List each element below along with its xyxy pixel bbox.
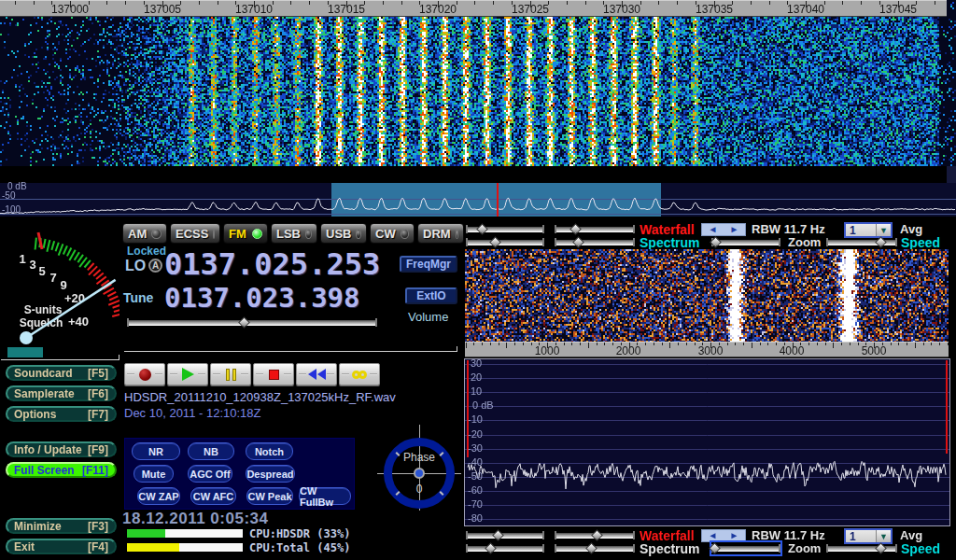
audio-waterfall-display[interactable]: [465, 249, 949, 342]
info-update-button[interactable]: Info / Update [F9]: [6, 441, 117, 457]
waterfall-brightness-slider[interactable]: [555, 529, 635, 541]
audio-db-label: 0 dB: [472, 399, 494, 411]
waterfall-contrast-slider[interactable]: [466, 223, 544, 235]
soundcard-button[interactable]: Soundcard [F5]: [6, 365, 117, 381]
cpu-hdsdr-bar-fill: [127, 529, 165, 538]
mode-lsb-button[interactable]: LSB: [271, 223, 317, 244]
rf-scale-label: 137000: [37, 3, 103, 16]
wav-file-name: HDSDR_20111210_120938Z_137025kHz_RF.wav: [124, 390, 396, 404]
speed-label: Speed: [901, 541, 940, 556]
waterfall-contrast-slider[interactable]: [466, 529, 544, 541]
arrow-left-icon[interactable]: ◄: [709, 531, 718, 540]
pause-button[interactable]: [210, 363, 251, 385]
rf-spectrum-canvas: [0, 183, 956, 217]
audio-frequency-scale[interactable]: 1000 2000 3000 4000 5000: [465, 342, 949, 357]
loop-button[interactable]: [339, 363, 380, 385]
spectrum-offset-slider[interactable]: [555, 542, 635, 554]
cw-afc-button[interactable]: CW AFC: [190, 487, 236, 505]
rf-spectrum-display[interactable]: 0 dB -50 -100: [0, 183, 956, 217]
rf-scale-label: 137010: [221, 3, 287, 16]
speed-slider[interactable]: [826, 542, 897, 554]
minimize-button-label: Minimize: [14, 520, 62, 533]
rf-waterfall-display[interactable]: [0, 0, 956, 166]
combo-arrow-icon[interactable]: ▼: [876, 530, 891, 542]
arrow-right-icon[interactable]: ►: [730, 225, 739, 234]
spectrum-range-slider[interactable]: [466, 236, 544, 248]
lo-frequency-value[interactable]: 0137.025.253: [164, 246, 380, 282]
rf-frequency-scale[interactable]: 137000 137005 137010 137015 137020 13702…: [0, 0, 947, 17]
zoom-slider[interactable]: [711, 542, 780, 554]
waterfall-brightness-slider[interactable]: [555, 223, 635, 235]
mute-button[interactable]: Mute: [134, 465, 174, 483]
nb-button[interactable]: NB: [188, 442, 234, 460]
play-button[interactable]: [167, 363, 208, 385]
mode-am-button[interactable]: AM: [122, 223, 167, 244]
samplerate-button-label: Samplerate: [14, 387, 75, 400]
audio-scale-label: 4000: [764, 344, 820, 357]
cw-fullbw-label: CW FullBw: [300, 485, 350, 508]
options-button[interactable]: Options [F7]: [6, 406, 117, 422]
audio-display-controls-bottom: Waterfall ◄ ► RBW 11.7 Hz 1 ▼ Avg Spectr…: [464, 529, 956, 556]
arrow-left-icon[interactable]: ◄: [709, 225, 718, 234]
fullscreen-button[interactable]: Full Screen [F11]: [6, 462, 117, 478]
rf-scale-label: 137005: [130, 3, 195, 16]
despread-button[interactable]: Despread: [246, 465, 295, 483]
volume-slider[interactable]: [127, 316, 377, 329]
cpu-hdsdr-label: CPU:HDSDR (33%): [249, 527, 350, 540]
combo-arrow-icon[interactable]: ▼: [876, 224, 891, 236]
cw-fullbw-button[interactable]: CW FullBw: [299, 487, 351, 505]
mode-ecss-button[interactable]: ECSS: [170, 223, 220, 244]
spectrum-range-slider[interactable]: [466, 542, 544, 554]
mode-lsb-label: LSB: [276, 227, 301, 241]
freqmgr-button-label: FreqMgr: [406, 258, 451, 271]
exit-button[interactable]: Exit [F4]: [6, 539, 117, 554]
agc-off-button[interactable]: AGC Off: [188, 465, 232, 483]
lo-auto-icon[interactable]: A: [148, 259, 162, 273]
rewind-icon: [307, 369, 326, 380]
exit-button-label: Exit: [14, 540, 35, 553]
audio-db-label: -50: [468, 470, 483, 482]
avg-label: Avg: [900, 528, 922, 542]
notch-label: Notch: [255, 446, 284, 457]
spectrum-offset-slider[interactable]: [555, 236, 635, 248]
rf-scale-label: 137020: [405, 3, 471, 16]
dsp-panel: NR NB Notch Mute AGC Off Despread CW ZAP…: [124, 438, 355, 510]
mode-fm-button[interactable]: FM: [223, 223, 268, 244]
options-button-key: [F7]: [88, 408, 108, 421]
nr-button[interactable]: NR: [132, 442, 180, 460]
record-button[interactable]: [124, 363, 165, 385]
mode-drm-button[interactable]: DRM: [417, 223, 464, 244]
playback-controls: [124, 363, 380, 385]
s-meter[interactable]: [2, 224, 120, 347]
tune-frequency-value[interactable]: 0137.023.398: [164, 282, 360, 314]
mute-label: Mute: [142, 469, 166, 480]
notch-button[interactable]: Notch: [246, 442, 293, 460]
audio-db-label: 30: [471, 357, 482, 369]
mode-cw-button[interactable]: CW: [370, 223, 415, 244]
avg-select-value: 1: [846, 530, 876, 542]
cw-zap-button[interactable]: CW ZAP: [137, 487, 180, 505]
cpu-total-label: CPU:Total (45%): [249, 541, 350, 554]
audio-spectrum-display[interactable]: 30 20 10 0 dB -10 -20 -30 -40 -50 -60 -7…: [464, 358, 950, 526]
minimize-button[interactable]: Minimize [F3]: [6, 518, 117, 534]
samplerate-button[interactable]: Samplerate [F6]: [6, 385, 117, 401]
arrow-right-icon[interactable]: ►: [730, 531, 739, 540]
stop-button[interactable]: [253, 363, 294, 385]
zoom-label: Zoom: [788, 541, 821, 555]
play-icon: [182, 368, 194, 381]
rf-db-label: -100: [2, 204, 21, 215]
tune-label: Tune: [123, 290, 153, 305]
audio-db-label: 20: [471, 371, 482, 383]
rbw-label: RBW 11.7 Hz: [752, 222, 825, 236]
zoom-slider[interactable]: [711, 236, 780, 248]
volume-slider-thumb[interactable]: [238, 316, 250, 329]
cw-peak-button[interactable]: CW Peak: [246, 487, 293, 505]
extio-button[interactable]: ExtIO: [405, 287, 457, 304]
smeter-underline: [1, 359, 120, 360]
mode-usb-button[interactable]: USB: [320, 223, 367, 244]
speed-slider[interactable]: [826, 236, 897, 248]
squelch-level-bar[interactable]: [7, 347, 43, 357]
rf-scale-end-gap: [947, 166, 956, 183]
freqmgr-button[interactable]: FreqMgr: [400, 256, 457, 273]
rewind-button[interactable]: [296, 363, 337, 385]
